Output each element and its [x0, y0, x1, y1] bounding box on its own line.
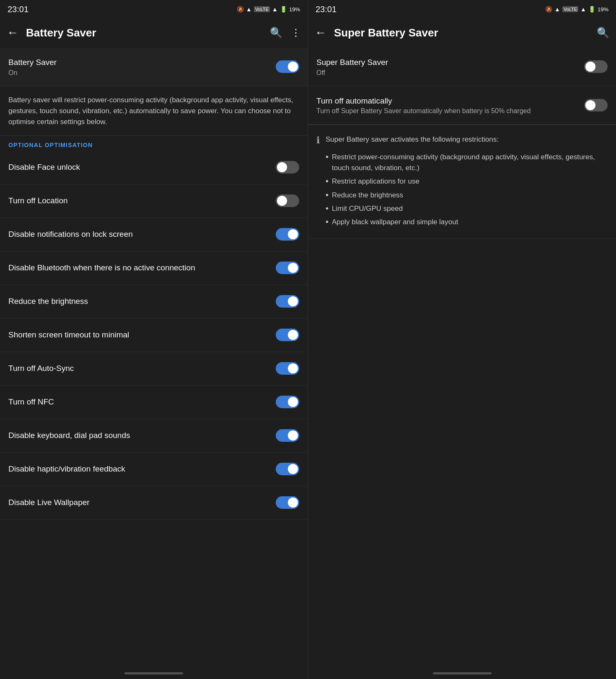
battery-icon-left: 🔋: [280, 6, 287, 13]
toggle-1[interactable]: [276, 194, 299, 207]
super-saver-label-wrap: Super Battery Saver Off: [316, 57, 584, 77]
restriction-text-2: Reduce the brightness: [332, 190, 403, 201]
restriction-0: • Restrict power-consuming activity (bac…: [326, 150, 608, 175]
bullet-2: •: [326, 190, 329, 200]
setting-label-1: Turn off Location: [8, 195, 276, 207]
setting-label-2: Disable notifications on lock screen: [8, 229, 276, 240]
restriction-4: • Apply black wallpaper and simple layou…: [326, 215, 608, 229]
toggle-8[interactable]: [276, 429, 299, 442]
super-saver-toggle[interactable]: [584, 60, 608, 73]
search-button-right[interactable]: 🔍: [597, 27, 609, 39]
toggle-10[interactable]: [276, 496, 299, 509]
setting-row-10: Disable Live Wallpaper: [0, 486, 308, 520]
status-icons-right: 🔕 ▲ VoLTE ▲ 🔋 19%: [545, 6, 608, 13]
page-title-right: Super Battery Saver: [334, 26, 588, 39]
mute-icon: 🔕: [237, 6, 244, 13]
mute-icon-right: 🔕: [545, 6, 552, 13]
volte-icon-right: VoLTE: [562, 6, 578, 12]
battery-saver-main-row: Battery Saver On: [0, 48, 308, 86]
bullet-3: •: [326, 203, 329, 213]
restriction-text-0: Restrict power-consuming activity (backg…: [332, 152, 608, 174]
battery-saver-toggle[interactable]: [276, 60, 299, 73]
super-saver-row: Super Battery Saver Off: [308, 48, 616, 86]
super-saver-label: Super Battery Saver: [316, 57, 577, 68]
restriction-text-3: Limit CPU/GPU speed: [332, 203, 403, 214]
wifi-icon-right: ▲: [554, 6, 560, 13]
toggle-5[interactable]: [276, 329, 299, 341]
battery-percent-left: 19%: [289, 6, 300, 13]
info-row: ℹ Super Battery saver activates the foll…: [316, 134, 608, 229]
back-button-left[interactable]: ←: [7, 26, 18, 39]
battery-saver-sublabel: On: [8, 69, 269, 77]
content-right: Super Battery Saver Off Turn off automat…: [308, 48, 616, 667]
setting-row-1: Turn off Location: [0, 184, 308, 218]
status-bar-right: 23:01 🔕 ▲ VoLTE ▲ 🔋 19%: [308, 0, 616, 18]
setting-row-2: Disable notifications on lock screen: [0, 218, 308, 251]
restriction-1: • Restrict applications for use: [326, 175, 608, 188]
toggle-0[interactable]: [276, 161, 299, 174]
restrictions-block: ℹ Super Battery saver activates the foll…: [308, 125, 616, 238]
left-panel: 23:01 🔕 ▲ VoLTE ▲ 🔋 19% ← Battery Saver …: [0, 0, 308, 679]
home-bar-left[interactable]: [124, 672, 183, 674]
info-icon: ℹ: [316, 135, 320, 146]
wifi-icon: ▲: [246, 6, 252, 13]
optional-label: OPTIONAL OPTIMISATION: [0, 136, 308, 151]
toolbar-right: ← Super Battery Saver 🔍: [308, 18, 616, 48]
battery-saver-label: Battery Saver: [8, 57, 269, 68]
setting-row-0: Disable Face unlock: [0, 151, 308, 184]
description-text: Battery saver will restrict power-consum…: [8, 95, 299, 128]
setting-row-7: Turn off NFC: [0, 386, 308, 419]
battery-icon-right: 🔋: [588, 6, 595, 13]
setting-row-8: Disable keyboard, dial pad sounds: [0, 419, 308, 453]
setting-label-9: Disable haptic/vibration feedback: [8, 464, 276, 475]
setting-label-4: Reduce the brightness: [8, 296, 276, 307]
more-button-left[interactable]: ⋮: [291, 27, 301, 39]
home-bar-right[interactable]: [433, 672, 492, 674]
setting-row-9: Disable haptic/vibration feedback: [0, 453, 308, 486]
status-time-right: 23:01: [316, 5, 336, 14]
toggle-6[interactable]: [276, 362, 299, 375]
description-block: Battery saver will restrict power-consum…: [0, 86, 308, 136]
signal-icon: ▲: [272, 6, 278, 13]
battery-percent-right: 19%: [598, 6, 608, 13]
auto-off-sublabel: Turn off Super Battery Saver automatical…: [316, 107, 577, 115]
settings-list: Disable Face unlock Turn off Location Di…: [0, 151, 308, 520]
status-icons-left: 🔕 ▲ VoLTE ▲ 🔋 19%: [237, 6, 300, 13]
toggle-4[interactable]: [276, 295, 299, 308]
volte-icon: VoLTE: [254, 6, 270, 12]
super-saver-sublabel: Off: [316, 69, 577, 77]
bullet-0: •: [326, 152, 329, 162]
setting-row-3: Disable Bluetooth when there is no activ…: [0, 251, 308, 285]
right-panel: 23:01 🔕 ▲ VoLTE ▲ 🔋 19% ← Super Battery …: [308, 0, 616, 679]
toggle-3[interactable]: [276, 262, 299, 274]
status-bar-left: 23:01 🔕 ▲ VoLTE ▲ 🔋 19%: [0, 0, 308, 18]
restriction-3: • Limit CPU/GPU speed: [326, 202, 608, 215]
setting-label-5: Shorten screen timeout to minimal: [8, 329, 276, 341]
back-button-right[interactable]: ←: [315, 26, 326, 39]
setting-label-8: Disable keyboard, dial pad sounds: [8, 430, 276, 441]
setting-label-6: Turn off Auto-Sync: [8, 363, 276, 374]
search-button-left[interactable]: 🔍: [270, 27, 282, 39]
auto-off-toggle[interactable]: [584, 99, 608, 111]
status-time-left: 23:01: [8, 5, 28, 14]
toggle-2[interactable]: [276, 228, 299, 241]
restrictions-list: • Restrict power-consuming activity (bac…: [326, 150, 608, 229]
setting-label-0: Disable Face unlock: [8, 162, 276, 173]
setting-label-7: Turn off NFC: [8, 397, 276, 408]
auto-off-label-wrap: Turn off automatically Turn off Super Ba…: [316, 96, 584, 115]
info-header: Super Battery saver activates the follow…: [326, 134, 608, 145]
toolbar-left: ← Battery Saver 🔍 ⋮: [0, 18, 308, 48]
restriction-2: • Reduce the brightness: [326, 189, 608, 202]
content-left: Battery Saver On Battery saver will rest…: [0, 48, 308, 667]
bottom-bar-right: [308, 667, 616, 679]
toggle-thumb: [288, 62, 298, 72]
toggle-9[interactable]: [276, 463, 299, 475]
setting-row-5: Shorten screen timeout to minimal: [0, 319, 308, 352]
toggle-7[interactable]: [276, 396, 299, 408]
battery-saver-label-wrap: Battery Saver On: [8, 57, 276, 77]
auto-off-row: Turn off automatically Turn off Super Ba…: [308, 86, 616, 125]
info-content: Super Battery saver activates the follow…: [326, 134, 608, 229]
signal-icon-right: ▲: [580, 6, 586, 13]
restriction-text-4: Apply black wallpaper and simple layout: [332, 217, 458, 228]
page-title-left: Battery Saver: [26, 26, 261, 39]
